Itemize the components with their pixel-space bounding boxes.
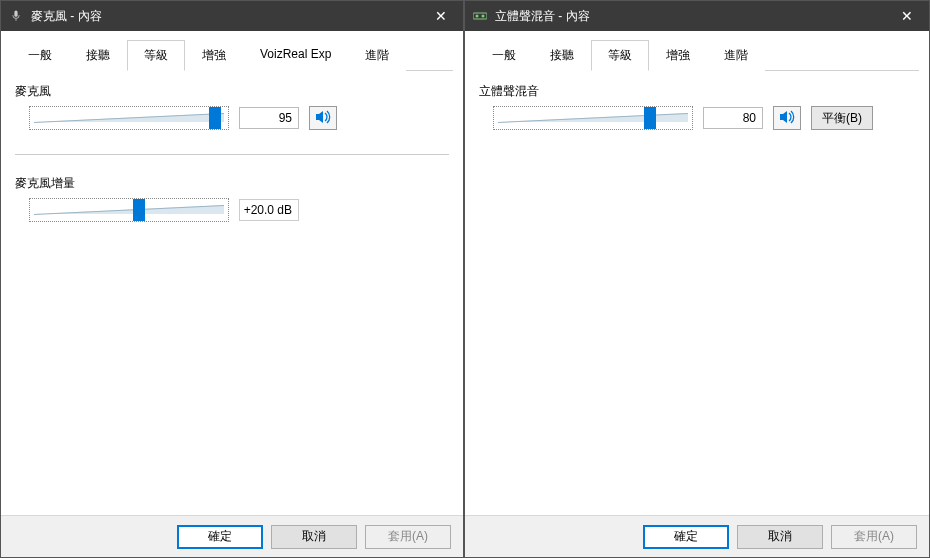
tab-listen[interactable]: 接聽 (533, 40, 591, 71)
mic-volume-row: 95 (29, 106, 453, 130)
cancel-button[interactable]: 取消 (737, 525, 823, 549)
tab-voizreal[interactable]: VoizReal Exp (243, 40, 348, 71)
divider (15, 154, 449, 155)
tab-general[interactable]: 一般 (475, 40, 533, 71)
microphone-properties-window: 麥克風 - 內容 ✕ 一般 接聽 等級 增強 VoizReal Exp 進階 麥… (0, 0, 464, 558)
titlebar[interactable]: 立體聲混音 - 內容 ✕ (465, 1, 929, 31)
levels-panel: 麥克風 95 麥克風增量 (11, 83, 453, 507)
tab-advanced[interactable]: 進階 (348, 40, 406, 71)
speaker-icon (315, 110, 331, 127)
close-icon: ✕ (435, 8, 447, 24)
tab-enhance[interactable]: 增強 (185, 40, 243, 71)
close-button[interactable]: ✕ (419, 1, 463, 31)
svg-marker-12 (780, 111, 787, 123)
window-content: 一般 接聽 等級 增強 VoizReal Exp 進階 麥克風 95 (1, 31, 463, 515)
slider-wedge-icon (34, 113, 224, 123)
close-icon: ✕ (901, 8, 913, 24)
levels-panel: 立體聲混音 80 平衡(B) (475, 83, 919, 507)
close-button[interactable]: ✕ (885, 1, 929, 31)
svg-rect-7 (473, 13, 487, 19)
stereo-mix-volume-value[interactable]: 80 (703, 107, 763, 129)
slider-thumb[interactable] (209, 107, 221, 129)
titlebar[interactable]: 麥克風 - 內容 ✕ (1, 1, 463, 31)
slider-wedge-icon (34, 205, 224, 215)
cancel-button[interactable]: 取消 (271, 525, 357, 549)
microphone-icon (9, 9, 23, 23)
ok-button[interactable]: 確定 (177, 525, 263, 549)
tab-general[interactable]: 一般 (11, 40, 69, 71)
mic-label: 麥克風 (15, 83, 453, 100)
tabs: 一般 接聽 等級 增強 VoizReal Exp 進階 (11, 39, 453, 71)
slider-wedge-icon (498, 113, 688, 123)
dialog-footer: 確定 取消 套用(A) (465, 515, 929, 557)
mic-gain-slider[interactable] (29, 198, 229, 222)
slider-thumb[interactable] (644, 107, 656, 129)
mic-volume-slider[interactable] (29, 106, 229, 130)
stereo-mix-icon (473, 9, 487, 23)
tab-enhance[interactable]: 增強 (649, 40, 707, 71)
tab-listen[interactable]: 接聽 (69, 40, 127, 71)
svg-point-9 (482, 15, 485, 18)
window-title: 麥克風 - 內容 (31, 8, 419, 25)
stereo-mix-properties-window: 立體聲混音 - 內容 ✕ 一般 接聽 等級 增強 進階 立體聲混音 (464, 0, 930, 558)
slider-thumb[interactable] (133, 199, 145, 221)
window-title: 立體聲混音 - 內容 (495, 8, 885, 25)
mic-gain-label: 麥克風增量 (15, 175, 453, 192)
mic-volume-value[interactable]: 95 (239, 107, 299, 129)
svg-point-8 (476, 15, 479, 18)
mic-gain-value[interactable]: +20.0 dB (239, 199, 299, 221)
tab-levels[interactable]: 等級 (591, 40, 649, 71)
mic-gain-row: +20.0 dB (29, 198, 453, 222)
svg-marker-4 (316, 111, 323, 123)
speaker-icon (779, 110, 795, 127)
mic-mute-button[interactable] (309, 106, 337, 130)
balance-button[interactable]: 平衡(B) (811, 106, 873, 130)
stereo-mix-volume-row: 80 平衡(B) (493, 106, 919, 130)
stereo-mix-volume-slider[interactable] (493, 106, 693, 130)
tabs: 一般 接聽 等級 增強 進階 (475, 39, 919, 71)
ok-button[interactable]: 確定 (643, 525, 729, 549)
dialog-footer: 確定 取消 套用(A) (1, 515, 463, 557)
svg-rect-0 (14, 10, 17, 16)
stereo-mix-mute-button[interactable] (773, 106, 801, 130)
apply-button[interactable]: 套用(A) (831, 525, 917, 549)
apply-button[interactable]: 套用(A) (365, 525, 451, 549)
window-content: 一般 接聽 等級 增強 進階 立體聲混音 80 (465, 31, 929, 515)
tab-levels[interactable]: 等級 (127, 40, 185, 71)
stereo-mix-label: 立體聲混音 (479, 83, 919, 100)
tab-advanced[interactable]: 進階 (707, 40, 765, 71)
